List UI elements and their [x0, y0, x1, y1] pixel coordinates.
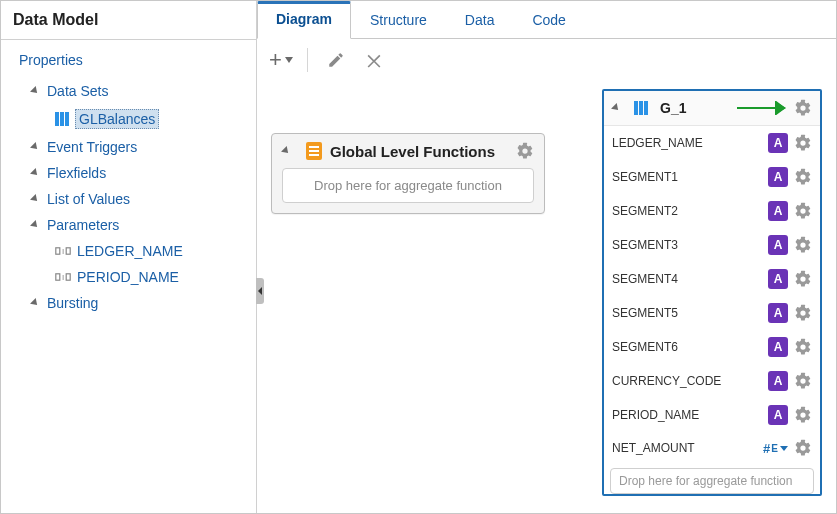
diagram-toolbar: + — [257, 39, 836, 81]
tab-data[interactable]: Data — [446, 1, 514, 39]
expand-arrow-icon — [30, 194, 40, 204]
gear-icon — [794, 372, 812, 390]
close-icon — [364, 50, 384, 70]
sidebar-title: Data Model — [1, 1, 256, 40]
global-level-functions-box: Global Level Functions Drop here for agg… — [271, 133, 545, 214]
tree-node-event-triggers[interactable]: Event Triggers — [19, 134, 250, 160]
text-type-icon: A — [768, 303, 788, 323]
tree-root-properties[interactable]: Properties — [19, 52, 250, 68]
glf-header[interactable]: Global Level Functions — [272, 134, 544, 168]
parameter-icon: I — [55, 270, 71, 284]
sidebar: Data Model Properties Data SetsGLBalance… — [1, 1, 257, 513]
svg-text:I: I — [62, 273, 64, 282]
text-type-icon: A — [768, 269, 788, 289]
dropdown-caret-icon — [285, 57, 293, 63]
text-type-icon: A — [768, 201, 788, 221]
gear-icon — [794, 270, 812, 288]
glf-title: Global Level Functions — [330, 143, 508, 160]
column-row[interactable]: SEGMENT4A — [604, 262, 820, 296]
text-type-icon: A — [768, 235, 788, 255]
column-settings-button[interactable] — [794, 304, 812, 322]
group-g1-box: G_1 LEDGER_NAMEASEGMENT1ASEGMENT2ASEGMEN… — [602, 89, 822, 496]
svg-rect-3 — [56, 274, 60, 280]
column-name: SEGMENT5 — [612, 306, 762, 320]
add-button[interactable]: + — [269, 47, 293, 73]
column-row[interactable]: SEGMENT6A — [604, 330, 820, 364]
column-settings-button[interactable] — [794, 236, 812, 254]
g1-column-list: LEDGER_NAMEASEGMENT1ASEGMENT2ASEGMENT3AS… — [604, 126, 820, 464]
expand-arrow-icon — [30, 220, 40, 230]
svg-text:I: I — [62, 247, 64, 256]
gear-icon — [794, 168, 812, 186]
tree-node-flexfields[interactable]: Flexfields — [19, 160, 250, 186]
g1-settings-button[interactable] — [794, 99, 812, 117]
glf-drop-zone[interactable]: Drop here for aggregate function — [282, 168, 534, 203]
column-name: SEGMENT2 — [612, 204, 762, 218]
g1-header[interactable]: G_1 — [604, 91, 820, 126]
tree-node-list-of-values[interactable]: List of Values — [19, 186, 250, 212]
tree-node-label: List of Values — [47, 191, 130, 207]
tree-leaf-label: LEDGER_NAME — [77, 243, 183, 259]
tree-leaf-period_name[interactable]: IPERIOD_NAME — [19, 264, 250, 290]
gear-icon — [794, 338, 812, 356]
column-settings-button[interactable] — [794, 168, 812, 186]
svg-rect-1 — [66, 248, 70, 254]
g1-title: G_1 — [660, 100, 730, 116]
column-name: NET_AMOUNT — [612, 441, 757, 455]
expand-arrow-icon — [30, 298, 40, 308]
tab-code[interactable]: Code — [513, 1, 584, 39]
tree-node-label: Bursting — [47, 295, 98, 311]
diagram-canvas: Global Level Functions Drop here for agg… — [257, 81, 836, 513]
gear-icon — [794, 134, 812, 152]
text-type-icon: A — [768, 371, 788, 391]
tree-node-parameters[interactable]: Parameters — [19, 212, 250, 238]
column-settings-button[interactable] — [794, 406, 812, 424]
column-row[interactable]: PERIOD_NAMEA — [604, 398, 820, 432]
tree-node-bursting[interactable]: Bursting — [19, 290, 250, 316]
column-settings-button[interactable] — [794, 202, 812, 220]
collapse-arrow-icon — [611, 103, 621, 113]
text-type-icon: A — [768, 337, 788, 357]
app-root: Data Model Properties Data SetsGLBalance… — [1, 1, 836, 513]
g1-drop-zone[interactable]: Drop here for aggregate function — [610, 468, 814, 494]
edit-button[interactable] — [322, 46, 350, 74]
tree-leaf-glbalances[interactable]: GLBalances — [19, 104, 250, 134]
column-settings-button[interactable] — [794, 439, 812, 457]
column-row[interactable]: CURRENCY_CODEA — [604, 364, 820, 398]
column-settings-button[interactable] — [794, 134, 812, 152]
tree-leaf-ledger_name[interactable]: ILEDGER_NAME — [19, 238, 250, 264]
column-settings-button[interactable] — [794, 372, 812, 390]
gear-icon — [794, 236, 812, 254]
plus-icon: + — [269, 47, 282, 73]
column-name: LEDGER_NAME — [612, 136, 762, 150]
column-name: PERIOD_NAME — [612, 408, 762, 422]
numeric-type-icon[interactable]: #E — [763, 441, 788, 456]
tree-node-data-sets[interactable]: Data Sets — [19, 78, 250, 104]
gear-icon — [794, 439, 812, 457]
tree-leaf-label: GLBalances — [75, 109, 159, 129]
dataset-icon — [55, 112, 69, 126]
tab-diagram[interactable]: Diagram — [257, 1, 351, 39]
column-name: SEGMENT1 — [612, 170, 762, 184]
document-icon — [306, 142, 322, 160]
tree-node-label: Data Sets — [47, 83, 108, 99]
column-settings-button[interactable] — [794, 338, 812, 356]
parameter-icon: I — [55, 244, 71, 258]
gear-icon — [794, 304, 812, 322]
column-row[interactable]: SEGMENT5A — [604, 296, 820, 330]
column-row[interactable]: SEGMENT2A — [604, 194, 820, 228]
column-settings-button[interactable] — [794, 270, 812, 288]
column-row[interactable]: SEGMENT1A — [604, 160, 820, 194]
column-row[interactable]: LEDGER_NAMEA — [604, 126, 820, 160]
toolbar-separator — [307, 48, 308, 72]
column-name: CURRENCY_CODE — [612, 374, 762, 388]
glf-settings-button[interactable] — [516, 142, 534, 160]
expand-arrow-icon — [30, 86, 40, 96]
column-name: SEGMENT6 — [612, 340, 762, 354]
annotation-arrow-icon — [736, 101, 788, 115]
delete-button[interactable] — [360, 46, 388, 74]
tab-structure[interactable]: Structure — [351, 1, 446, 39]
column-row[interactable]: NET_AMOUNT#E — [604, 432, 820, 464]
svg-rect-0 — [56, 248, 60, 254]
column-row[interactable]: SEGMENT3A — [604, 228, 820, 262]
